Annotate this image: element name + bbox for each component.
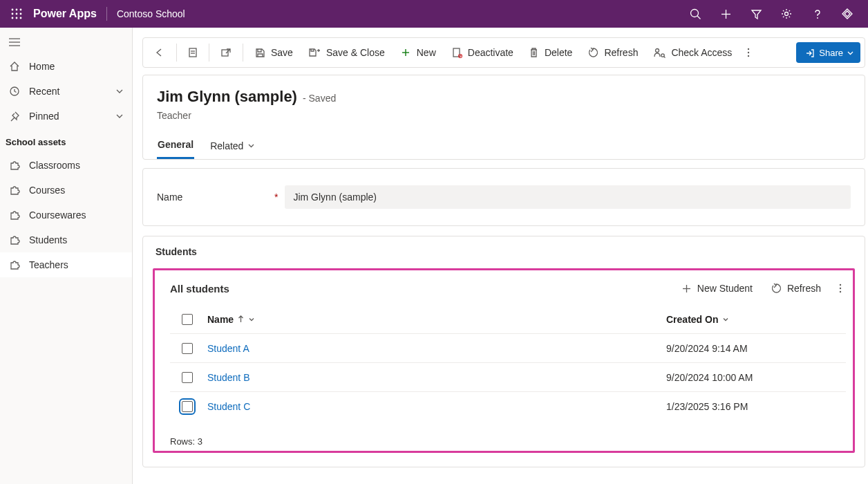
gear-icon[interactable] [771,0,802,28]
share-icon [804,48,815,58]
new-button[interactable]: New [393,41,443,64]
students-table: Name Created On Student A 9/20/2024 9:14… [170,305,846,421]
app-icon[interactable] [832,0,862,28]
svg-point-32 [748,52,749,53]
back-button[interactable] [147,41,172,64]
svg-point-7 [16,17,18,19]
record-header: Jim Glynn (sample) - Saved Teacher Gener… [142,75,865,160]
subgrid-title: All students [170,283,229,295]
row-checkbox[interactable] [182,401,193,412]
nav-courses[interactable]: Courses [0,178,132,203]
table-header: Name Created On [170,305,846,334]
add-icon[interactable] [710,0,741,28]
svg-point-37 [840,288,841,289]
column-name[interactable]: Name [205,314,666,325]
row-checkbox[interactable] [182,343,193,354]
save-close-button[interactable]: Save & Close [301,41,392,64]
delete-button[interactable]: Delete [522,41,579,64]
chevron-down-icon [847,50,853,56]
save-button[interactable]: Save [247,41,300,64]
puzzle-icon [8,160,21,171]
nav-label: Courses [29,185,65,196]
open-new-icon[interactable] [214,41,238,64]
subgrid-refresh-button[interactable]: Refresh [766,280,825,297]
nav-label: Recent [29,86,59,97]
nav-label: Home [29,61,55,72]
nav-pinned[interactable]: Pinned [0,104,132,129]
nav-label: Pinned [29,111,59,122]
save-close-icon [308,47,321,58]
name-label: Name [157,192,274,203]
subgrid-more-icon[interactable] [835,280,846,297]
nav-home[interactable]: Home [0,54,132,79]
puzzle-icon [8,259,21,270]
nav-label: Classrooms [29,160,80,171]
nav-students[interactable]: Students [0,227,132,252]
svg-point-14 [817,17,818,19]
deactivate-icon [451,47,462,58]
brand-name[interactable]: Power Apps [33,8,97,20]
tab-related[interactable]: Related [209,133,256,159]
section-title: Students [155,246,855,257]
chevron-down-icon [115,112,124,120]
table-row[interactable]: Student A 9/20/2024 9:14 AM [170,334,846,363]
refresh-icon [771,283,782,294]
record-title: Jim Glynn (sample) [157,88,297,106]
nav-group-title: School assets [0,129,132,153]
new-student-button[interactable]: New Student [677,280,757,297]
hamburger-icon[interactable] [0,28,132,54]
top-bar: Power Apps Contoso School [0,0,868,28]
trash-icon [529,47,539,58]
svg-point-4 [16,13,18,15]
sidebar: Home Recent Pinned School assets Classro… [0,28,133,484]
row-link[interactable]: Student B [207,372,250,383]
column-created[interactable]: Created On [666,314,846,325]
check-access-icon [653,47,666,58]
name-input[interactable] [285,185,851,209]
plus-icon [400,47,411,58]
row-link[interactable]: Student C [207,401,250,412]
app-launcher-icon[interactable] [6,3,28,25]
form-card: Name * [142,168,865,226]
select-all-checkbox[interactable] [182,314,193,325]
search-icon[interactable] [680,0,710,28]
puzzle-icon [8,234,21,245]
svg-point-36 [840,284,841,286]
svg-point-1 [16,9,18,11]
puzzle-icon [8,210,21,221]
record-tabs: General Related [157,133,851,159]
nav-classrooms[interactable]: Classrooms [0,153,132,178]
deactivate-button[interactable]: Deactivate [444,41,520,64]
svg-point-38 [840,291,841,292]
svg-point-0 [12,9,14,11]
form-selector-icon[interactable] [181,41,205,64]
save-icon [254,47,265,58]
check-access-button[interactable]: Check Access [646,41,739,64]
required-icon: * [274,192,278,203]
svg-point-8 [20,17,22,19]
row-link[interactable]: Student A [207,343,249,354]
table-row[interactable]: Student C 1/23/2025 3:16 PM [170,392,846,421]
svg-point-6 [12,17,14,19]
nav-teachers[interactable]: Teachers [0,252,132,277]
environment-name[interactable]: Contoso School [117,8,185,19]
pin-icon [8,111,21,122]
share-button[interactable]: Share [796,42,860,63]
tab-general[interactable]: General [157,133,194,159]
more-commands-icon[interactable] [740,47,757,58]
row-created: 9/20/2024 9:14 AM [666,343,846,354]
main-content: Save Save & Close New Deactivate Delete … [133,28,868,484]
refresh-button[interactable]: Refresh [581,41,645,64]
row-checkbox[interactable] [182,372,193,383]
nav-label: Teachers [29,259,68,270]
help-icon[interactable] [802,0,832,28]
table-row[interactable]: Student B 9/20/2024 10:00 AM [170,363,846,392]
sort-asc-icon [238,315,244,323]
filter-icon[interactable] [741,0,771,28]
svg-point-9 [690,9,698,17]
nav-coursewares[interactable]: Coursewares [0,203,132,227]
puzzle-icon [8,185,21,196]
row-created: 1/23/2025 3:16 PM [666,401,846,412]
chevron-down-icon [248,316,255,323]
nav-recent[interactable]: Recent [0,79,132,104]
